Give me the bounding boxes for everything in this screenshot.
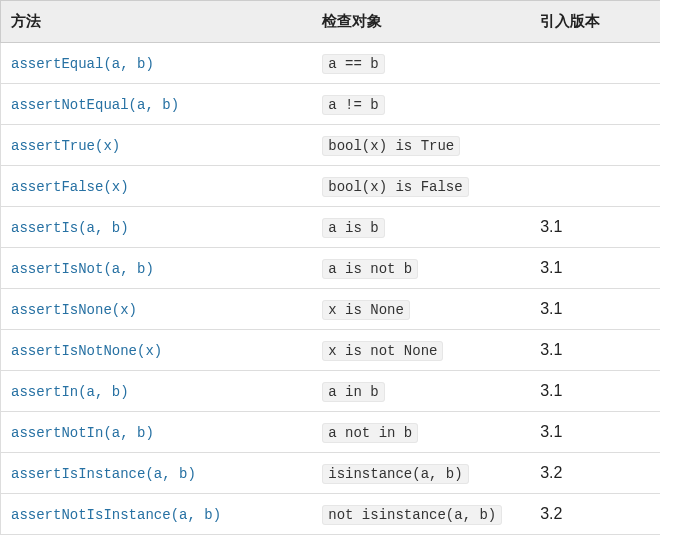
method-link[interactable]: assertIs(a, b) [11,220,129,236]
cell-method: assertIs(a, b) [1,207,313,248]
cell-version: 3.1 [530,371,660,412]
cell-version [530,166,660,207]
table-row: assertNotIn(a, b)a not in b3.1 [1,412,661,453]
check-code: not isinstance(a, b) [322,505,502,525]
cell-version: 3.2 [530,453,660,494]
cell-check: a in b [312,371,530,412]
cell-version: 3.1 [530,248,660,289]
cell-version: 3.1 [530,207,660,248]
cell-check: x is not None [312,330,530,371]
cell-check: bool(x) is True [312,125,530,166]
table-row: assertIs(a, b)a is b3.1 [1,207,661,248]
cell-version [530,125,660,166]
assert-methods-table: 方法 检查对象 引入版本 assertEqual(a, b)a == basse… [0,0,660,535]
cell-check: a is not b [312,248,530,289]
method-link[interactable]: assertEqual(a, b) [11,56,154,72]
cell-version: 3.1 [530,289,660,330]
cell-check: a != b [312,84,530,125]
check-code: a == b [322,54,384,74]
table-row: assertIn(a, b)a in b3.1 [1,371,661,412]
header-version: 引入版本 [530,1,660,43]
cell-method: assertFalse(x) [1,166,313,207]
cell-version: 3.2 [530,494,660,535]
method-link[interactable]: assertFalse(x) [11,179,129,195]
check-code: bool(x) is True [322,136,460,156]
cell-check: a not in b [312,412,530,453]
cell-version [530,43,660,84]
table-row: assertIsNone(x)x is None3.1 [1,289,661,330]
table-row: assertIsInstance(a, b)isinstance(a, b)3.… [1,453,661,494]
cell-method: assertTrue(x) [1,125,313,166]
method-link[interactable]: assertIsNot(a, b) [11,261,154,277]
table-row: assertNotIsInstance(a, b)not isinstance(… [1,494,661,535]
check-code: isinstance(a, b) [322,464,468,484]
header-check: 检查对象 [312,1,530,43]
method-link[interactable]: assertTrue(x) [11,138,120,154]
cell-check: x is None [312,289,530,330]
cell-version: 3.1 [530,330,660,371]
method-link[interactable]: assertNotIn(a, b) [11,425,154,441]
check-code: x is not None [322,341,443,361]
table-row: assertIsNot(a, b)a is not b3.1 [1,248,661,289]
method-link[interactable]: assertNotIsInstance(a, b) [11,507,221,523]
table-row: assertTrue(x)bool(x) is True [1,125,661,166]
table-header-row: 方法 检查对象 引入版本 [1,1,661,43]
check-code: a != b [322,95,384,115]
cell-version: 3.1 [530,412,660,453]
method-link[interactable]: assertIn(a, b) [11,384,129,400]
cell-check: a is b [312,207,530,248]
cell-method: assertIsNone(x) [1,289,313,330]
table-row: assertEqual(a, b)a == b [1,43,661,84]
check-code: a in b [322,382,384,402]
cell-method: assertIsInstance(a, b) [1,453,313,494]
header-method: 方法 [1,1,313,43]
cell-check: bool(x) is False [312,166,530,207]
check-code: a is b [322,218,384,238]
method-link[interactable]: assertIsInstance(a, b) [11,466,196,482]
table-row: assertFalse(x)bool(x) is False [1,166,661,207]
cell-method: assertIsNotNone(x) [1,330,313,371]
cell-method: assertEqual(a, b) [1,43,313,84]
method-link[interactable]: assertIsNone(x) [11,302,137,318]
cell-check: a == b [312,43,530,84]
cell-method: assertIsNot(a, b) [1,248,313,289]
check-code: bool(x) is False [322,177,468,197]
table-row: assertNotEqual(a, b)a != b [1,84,661,125]
cell-method: assertIn(a, b) [1,371,313,412]
cell-method: assertNotEqual(a, b) [1,84,313,125]
cell-method: assertNotIn(a, b) [1,412,313,453]
check-code: a not in b [322,423,418,443]
cell-version [530,84,660,125]
check-code: a is not b [322,259,418,279]
method-link[interactable]: assertIsNotNone(x) [11,343,162,359]
method-link[interactable]: assertNotEqual(a, b) [11,97,179,113]
cell-check: not isinstance(a, b) [312,494,530,535]
cell-method: assertNotIsInstance(a, b) [1,494,313,535]
cell-check: isinstance(a, b) [312,453,530,494]
table-row: assertIsNotNone(x)x is not None3.1 [1,330,661,371]
check-code: x is None [322,300,410,320]
